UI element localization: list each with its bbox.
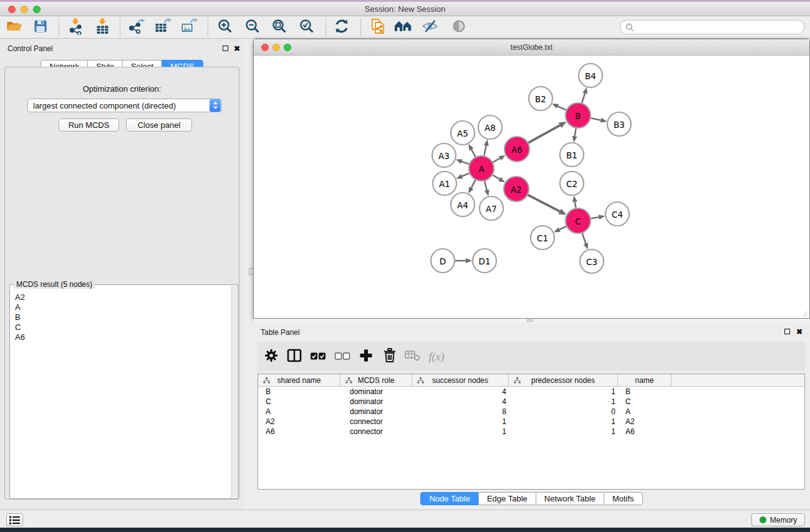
clone-network-icon[interactable] [370,17,386,37]
table-tab-node-table[interactable]: Node Table [420,492,479,505]
node-D[interactable]: D [431,249,455,273]
node-A[interactable]: A [469,156,494,181]
table-tab-motifs[interactable]: Motifs [604,492,643,505]
node-C[interactable]: C [566,208,591,233]
export-network-icon[interactable] [128,18,145,37]
cell-mcds-role[interactable]: connector [340,417,412,427]
search-input[interactable] [637,22,799,32]
zoom-fit-content-icon[interactable] [272,19,287,37]
zoom-selected-icon[interactable] [299,19,315,37]
mcds-result-item[interactable]: C [11,322,231,332]
edge-A-A4[interactable] [468,180,475,194]
cell-mcds-role[interactable]: dominator [340,407,412,417]
node-A3[interactable]: A3 [432,143,456,167]
node-B2[interactable]: B2 [529,87,552,110]
mcds-result-item[interactable]: A [11,302,231,312]
mcds-result-item[interactable]: A6 [11,332,231,342]
node-table[interactable]: shared nameMCDS rolesuccessor nodesprede… [258,374,805,490]
edge-D-D1[interactable] [455,258,472,263]
node-B3[interactable]: B3 [607,112,631,136]
node-B1[interactable]: B1 [560,143,584,167]
cell-name[interactable]: C [618,397,672,407]
save-session-icon[interactable] [33,19,48,36]
network-window-titlebar[interactable]: testGlobe.txt [254,39,809,56]
edge-C-C2[interactable] [572,196,577,208]
node-A6[interactable]: A6 [504,137,529,162]
column-header-successor-nodes[interactable]: successor nodes [412,374,509,387]
cell-name[interactable]: A2 [618,417,672,427]
edge-C-C1[interactable] [554,226,566,232]
cell-shared-name[interactable]: C [258,397,340,407]
delete-table-icon[interactable] [405,349,421,365]
result-scrollbar[interactable] [231,286,237,498]
edge-A-A6[interactable] [493,155,505,162]
node-C4[interactable]: C4 [605,202,629,226]
column-header-mcds-role[interactable]: MCDS role [340,374,412,387]
cell-shared-name[interactable]: A6 [258,427,340,437]
node-C3[interactable]: C3 [580,249,604,273]
cell-predecessor-nodes[interactable]: 0 [509,407,618,417]
delete-columns-trash-icon[interactable] [383,348,397,365]
first-neighbors-icon[interactable] [394,19,413,36]
cell-successor-nodes[interactable]: 1 [412,427,509,437]
import-network-icon[interactable] [68,18,84,37]
cell-name[interactable]: A6 [618,427,672,437]
edge-C-C4[interactable] [591,215,605,220]
edge-A-A2[interactable] [493,175,505,183]
column-header-shared-name[interactable]: shared name [258,374,340,387]
table-row[interactable]: A6connector11A6 [258,427,804,437]
criterion-dropdown[interactable]: largest connected component (directed) [27,99,222,112]
cell-successor-nodes[interactable]: 8 [412,407,509,417]
table-row[interactable]: Bdominator41B [258,387,804,397]
cell-shared-name[interactable]: A [258,407,340,417]
node-A4[interactable]: A4 [451,193,475,216]
column-header-name[interactable]: name [618,374,672,387]
open-session-icon[interactable] [6,19,23,36]
column-header-predecessor-nodes[interactable]: predecessor nodes [509,374,618,387]
node-B4[interactable]: B4 [579,64,602,87]
node-A2[interactable]: A2 [504,177,529,201]
split-view-icon[interactable] [287,349,302,365]
node-A5[interactable]: A5 [451,121,475,145]
table-close-panel-icon[interactable]: ✖ [796,329,803,335]
export-image-icon[interactable] [180,18,198,37]
task-history-button[interactable] [6,513,23,526]
cell-predecessor-nodes[interactable]: 1 [509,397,618,407]
table-tab-network-table[interactable]: Network Table [536,492,604,505]
node-C1[interactable]: C1 [531,226,554,249]
node-A8[interactable]: A8 [478,115,502,139]
edge-A6-B[interactable] [528,122,566,143]
network-graph[interactable]: AA5A8A3A1A4A7A6A2BB2B4B3B1CC2C1C4C3DD1 [254,56,809,318]
float-panel-icon[interactable] [223,46,228,51]
edge-B-B3[interactable] [591,118,607,123]
import-table-icon[interactable] [95,18,111,37]
node-C2[interactable]: C2 [560,172,584,195]
edge-A-A3[interactable] [456,159,469,164]
cell-successor-nodes[interactable]: 4 [412,397,509,407]
node-B[interactable]: B [566,103,591,128]
deselect-all-rows-icon[interactable] [335,351,350,362]
cell-successor-nodes[interactable]: 1 [412,417,509,427]
zoom-out-icon[interactable] [245,19,261,37]
cell-predecessor-nodes[interactable]: 1 [509,387,618,397]
select-all-rows-icon[interactable] [311,351,326,362]
mcds-result-item[interactable]: A2 [11,293,231,302]
node-D1[interactable]: D1 [473,249,496,273]
horizontal-splitter-handle[interactable] [527,319,533,322]
cell-name[interactable]: B [618,387,672,397]
table-row[interactable]: Adominator80A [258,407,804,417]
node-A1[interactable]: A1 [433,172,456,195]
export-table-icon[interactable] [154,18,171,37]
add-column-icon[interactable] [359,349,373,365]
refresh-icon[interactable] [334,18,350,37]
node-A7[interactable]: A7 [480,196,503,220]
mcds-result-item[interactable]: B [11,312,231,322]
cell-shared-name[interactable]: B [258,387,340,397]
table-tab-edge-table[interactable]: Edge Table [478,492,536,505]
close-panel-button[interactable]: Close panel [126,118,192,132]
column-settings-gear-icon[interactable] [264,348,279,365]
edge-B-B2[interactable] [552,104,566,110]
cell-name[interactable]: A [618,407,672,417]
edge-B-B4[interactable] [582,87,587,103]
edge-A-A5[interactable] [468,144,475,157]
